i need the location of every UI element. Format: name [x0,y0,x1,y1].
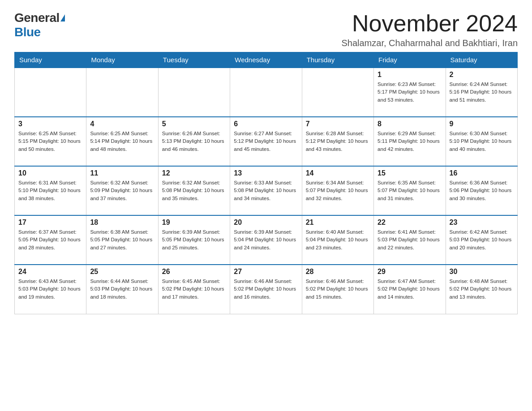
day-info: Sunrise: 6:46 AM Sunset: 5:02 PM Dayligh… [234,278,298,301]
logo-triangle-icon [60,14,65,21]
day-number: 10 [18,169,82,177]
day-number: 19 [162,218,226,227]
calendar-cell: 9Sunrise: 6:30 AM Sunset: 5:10 PM Daylig… [446,117,517,166]
day-info: Sunrise: 6:31 AM Sunset: 5:10 PM Dayligh… [18,179,82,202]
calendar-cell: 27Sunrise: 6:46 AM Sunset: 5:02 PM Dayli… [230,265,302,314]
weekday-header-wednesday: Wednesday [230,52,302,68]
day-info: Sunrise: 6:32 AM Sunset: 5:09 PM Dayligh… [90,179,154,202]
calendar-cell [15,68,86,117]
calendar-cell: 11Sunrise: 6:32 AM Sunset: 5:09 PM Dayli… [86,166,158,215]
calendar-cell: 24Sunrise: 6:43 AM Sunset: 5:03 PM Dayli… [15,265,86,314]
day-info: Sunrise: 6:40 AM Sunset: 5:04 PM Dayligh… [306,228,370,252]
calendar-cell: 3Sunrise: 6:25 AM Sunset: 5:15 PM Daylig… [15,117,86,166]
calendar-cell: 19Sunrise: 6:39 AM Sunset: 5:05 PM Dayli… [158,215,230,265]
day-info: Sunrise: 6:41 AM Sunset: 5:03 PM Dayligh… [378,228,442,252]
logo-general-text: General [14,11,60,25]
day-info: Sunrise: 6:30 AM Sunset: 5:10 PM Dayligh… [450,130,514,153]
day-number: 9 [450,120,514,128]
day-number: 14 [306,169,370,177]
title-section: November 2024 Shalamzar, Chaharmahal and… [341,11,518,48]
calendar-cell: 14Sunrise: 6:34 AM Sunset: 5:07 PM Dayli… [302,166,373,215]
day-number: 20 [234,218,298,227]
day-info: Sunrise: 6:25 AM Sunset: 5:15 PM Dayligh… [18,130,82,153]
day-number: 22 [378,218,442,227]
calendar-cell [86,68,158,117]
weekday-header-thursday: Thursday [302,52,373,68]
calendar-cell: 5Sunrise: 6:26 AM Sunset: 5:13 PM Daylig… [158,117,230,166]
day-number: 24 [18,268,82,276]
day-info: Sunrise: 6:27 AM Sunset: 5:12 PM Dayligh… [234,130,298,153]
weekday-header-monday: Monday [86,52,158,68]
calendar-cell: 30Sunrise: 6:48 AM Sunset: 5:02 PM Dayli… [446,265,517,314]
weekday-header-friday: Friday [374,52,446,68]
day-number: 21 [306,218,370,227]
calendar-cell: 28Sunrise: 6:46 AM Sunset: 5:02 PM Dayli… [302,265,373,314]
day-info: Sunrise: 6:43 AM Sunset: 5:03 PM Dayligh… [18,278,82,301]
day-number: 5 [162,120,226,128]
day-number: 28 [306,268,370,276]
day-number: 18 [90,218,154,227]
logo-blue-text: Blue [14,25,41,39]
day-number: 12 [162,169,226,177]
calendar-cell: 23Sunrise: 6:42 AM Sunset: 5:03 PM Dayli… [446,215,517,265]
month-title: November 2024 [341,11,518,36]
day-info: Sunrise: 6:38 AM Sunset: 5:05 PM Dayligh… [90,228,154,252]
calendar-cell: 15Sunrise: 6:35 AM Sunset: 5:07 PM Dayli… [374,166,446,215]
day-info: Sunrise: 6:33 AM Sunset: 5:08 PM Dayligh… [234,179,298,202]
day-info: Sunrise: 6:25 AM Sunset: 5:14 PM Dayligh… [90,130,154,153]
day-number: 7 [306,120,370,128]
calendar-table: SundayMondayTuesdayWednesdayThursdayFrid… [14,52,518,314]
calendar-cell: 21Sunrise: 6:40 AM Sunset: 5:04 PM Dayli… [302,215,373,265]
day-number: 8 [378,120,442,128]
day-info: Sunrise: 6:35 AM Sunset: 5:07 PM Dayligh… [378,179,442,202]
day-info: Sunrise: 6:48 AM Sunset: 5:02 PM Dayligh… [450,278,514,301]
calendar-cell: 8Sunrise: 6:29 AM Sunset: 5:11 PM Daylig… [374,117,446,166]
day-number: 16 [450,169,514,177]
day-info: Sunrise: 6:36 AM Sunset: 5:06 PM Dayligh… [450,179,514,202]
calendar-week-row: 3Sunrise: 6:25 AM Sunset: 5:15 PM Daylig… [15,117,518,166]
weekday-header-saturday: Saturday [446,52,517,68]
day-number: 25 [90,268,154,276]
calendar-cell [230,68,302,117]
calendar-cell: 12Sunrise: 6:32 AM Sunset: 5:08 PM Dayli… [158,166,230,215]
day-info: Sunrise: 6:39 AM Sunset: 5:04 PM Dayligh… [234,228,298,252]
day-info: Sunrise: 6:42 AM Sunset: 5:03 PM Dayligh… [450,228,514,252]
calendar-cell: 22Sunrise: 6:41 AM Sunset: 5:03 PM Dayli… [374,215,446,265]
day-info: Sunrise: 6:47 AM Sunset: 5:02 PM Dayligh… [378,278,442,301]
day-info: Sunrise: 6:24 AM Sunset: 5:16 PM Dayligh… [450,81,514,104]
calendar-cell: 10Sunrise: 6:31 AM Sunset: 5:10 PM Dayli… [15,166,86,215]
day-number: 26 [162,268,226,276]
day-info: Sunrise: 6:37 AM Sunset: 5:05 PM Dayligh… [18,228,82,252]
calendar-cell: 6Sunrise: 6:27 AM Sunset: 5:12 PM Daylig… [230,117,302,166]
day-number: 3 [18,120,82,128]
calendar-cell: 1Sunrise: 6:23 AM Sunset: 5:17 PM Daylig… [374,68,446,117]
calendar-cell: 20Sunrise: 6:39 AM Sunset: 5:04 PM Dayli… [230,215,302,265]
calendar-cell [158,68,230,117]
day-number: 1 [378,71,442,79]
calendar-cell: 13Sunrise: 6:33 AM Sunset: 5:08 PM Dayli… [230,166,302,215]
day-info: Sunrise: 6:23 AM Sunset: 5:17 PM Dayligh… [378,81,442,104]
calendar-cell: 26Sunrise: 6:45 AM Sunset: 5:02 PM Dayli… [158,265,230,314]
weekday-header-sunday: Sunday [15,52,86,68]
day-info: Sunrise: 6:45 AM Sunset: 5:02 PM Dayligh… [162,278,226,301]
calendar-cell: 29Sunrise: 6:47 AM Sunset: 5:02 PM Dayli… [374,265,446,314]
calendar-week-row: 1Sunrise: 6:23 AM Sunset: 5:17 PM Daylig… [15,68,518,117]
calendar-cell: 17Sunrise: 6:37 AM Sunset: 5:05 PM Dayli… [15,215,86,265]
day-info: Sunrise: 6:29 AM Sunset: 5:11 PM Dayligh… [378,130,442,153]
day-number: 13 [234,169,298,177]
day-number: 15 [378,169,442,177]
day-info: Sunrise: 6:28 AM Sunset: 5:12 PM Dayligh… [306,130,370,153]
calendar-week-row: 10Sunrise: 6:31 AM Sunset: 5:10 PM Dayli… [15,166,518,215]
calendar-cell: 4Sunrise: 6:25 AM Sunset: 5:14 PM Daylig… [86,117,158,166]
day-number: 30 [450,268,514,276]
day-info: Sunrise: 6:44 AM Sunset: 5:03 PM Dayligh… [90,278,154,301]
day-number: 17 [18,218,82,227]
calendar-week-row: 24Sunrise: 6:43 AM Sunset: 5:03 PM Dayli… [15,265,518,314]
calendar-cell: 16Sunrise: 6:36 AM Sunset: 5:06 PM Dayli… [446,166,517,215]
calendar-week-row: 17Sunrise: 6:37 AM Sunset: 5:05 PM Dayli… [15,215,518,265]
day-number: 23 [450,218,514,227]
day-info: Sunrise: 6:34 AM Sunset: 5:07 PM Dayligh… [306,179,370,202]
day-number: 6 [234,120,298,128]
calendar-cell [302,68,373,117]
calendar-cell: 2Sunrise: 6:24 AM Sunset: 5:16 PM Daylig… [446,68,517,117]
